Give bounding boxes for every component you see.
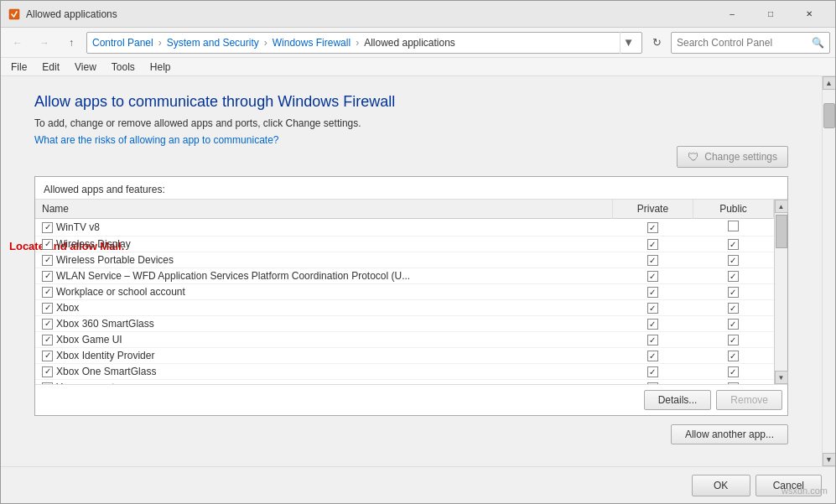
public-cell <box>693 348 773 364</box>
window-controls: – □ ✕ <box>713 1 828 28</box>
breadcrumb-control-panel[interactable]: Control Panel <box>92 37 153 49</box>
private-checkbox[interactable] <box>647 255 658 266</box>
table-row: Xbox <box>35 300 774 316</box>
public-checkbox[interactable] <box>728 303 739 314</box>
app-checkbox[interactable] <box>42 255 53 266</box>
private-checkbox[interactable] <box>647 351 658 361</box>
change-settings-button[interactable]: 🛡 Change settings <box>677 146 788 168</box>
app-name: WLAN Service – WFD Application Services … <box>56 270 410 282</box>
public-cell <box>693 316 773 332</box>
svg-rect-0 <box>9 9 19 19</box>
app-checkbox[interactable] <box>42 287 53 298</box>
scroll-thumb[interactable] <box>776 215 787 248</box>
app-checkbox[interactable] <box>42 271 53 282</box>
private-checkbox[interactable] <box>647 382 658 384</box>
menu-edit[interactable]: Edit <box>35 60 66 75</box>
private-cell <box>612 380 693 385</box>
change-settings-label: Change settings <box>704 151 777 163</box>
page-title: Allow apps to communicate through Window… <box>34 93 788 111</box>
forward-button[interactable]: → <box>33 32 56 54</box>
address-box[interactable]: Control Panel › System and Security › Wi… <box>86 32 642 54</box>
private-checkbox[interactable] <box>647 287 658 298</box>
app-checkbox[interactable] <box>42 366 53 377</box>
app-checkbox[interactable] <box>42 222 53 233</box>
apps-table-container: Allowed apps and features: Name Private … <box>34 176 788 416</box>
main-scroll-down[interactable]: ▼ <box>823 453 836 466</box>
private-checkbox[interactable] <box>647 239 658 250</box>
menu-view[interactable]: View <box>68 60 103 75</box>
public-cell <box>693 284 773 300</box>
col-public: Public <box>693 200 773 219</box>
table-row: Your account <box>35 380 774 385</box>
public-checkbox[interactable] <box>728 351 739 361</box>
app-checkbox[interactable] <box>42 335 53 346</box>
scroll-up-button[interactable]: ▲ <box>775 200 788 213</box>
private-cell <box>612 219 693 236</box>
ok-cancel-bar: OK Cancel <box>1 466 835 503</box>
public-checkbox[interactable] <box>728 287 739 298</box>
private-cell <box>612 348 693 364</box>
public-checkbox[interactable] <box>728 239 739 250</box>
search-box[interactable]: 🔍 <box>671 32 830 54</box>
public-checkbox[interactable] <box>728 271 739 282</box>
public-checkbox[interactable] <box>728 366 739 377</box>
ok-button[interactable]: OK <box>692 475 750 496</box>
back-button[interactable]: ← <box>6 32 29 54</box>
breadcrumb-system-security[interactable]: System and Security <box>167 37 259 49</box>
app-name-cell: Wireless Display <box>35 236 612 252</box>
address-dropdown-button[interactable]: ▼ <box>620 32 636 54</box>
app-checkbox[interactable] <box>42 303 53 314</box>
app-name: Workplace or school account <box>56 286 185 298</box>
public-checkbox[interactable] <box>728 382 739 384</box>
main-scroll-thumb[interactable] <box>823 103 835 128</box>
public-cell <box>693 268 773 284</box>
app-checkbox[interactable] <box>42 351 53 361</box>
private-checkbox[interactable] <box>647 271 658 282</box>
app-checkbox[interactable] <box>42 239 53 250</box>
public-checkbox[interactable] <box>728 255 739 266</box>
breadcrumb-sep-2: › <box>264 37 267 49</box>
up-button[interactable]: ↑ <box>60 32 83 54</box>
remove-button[interactable]: Remove <box>716 390 782 410</box>
public-checkbox[interactable] <box>728 319 739 330</box>
col-private: Private <box>612 200 693 219</box>
private-cell <box>612 236 693 252</box>
help-link[interactable]: What are the risks of allowing an app to… <box>34 134 278 146</box>
public-checkbox[interactable] <box>728 221 739 231</box>
allow-another-button[interactable]: Allow another app... <box>671 424 788 444</box>
private-checkbox[interactable] <box>647 366 658 377</box>
menu-file[interactable]: File <box>4 60 34 75</box>
private-checkbox[interactable] <box>647 319 658 330</box>
private-cell <box>612 332 693 348</box>
app-name-cell: Wireless Portable Devices <box>35 252 612 268</box>
public-cell <box>693 364 773 380</box>
table-row: Workplace or school account <box>35 284 774 300</box>
public-checkbox[interactable] <box>728 335 739 346</box>
app-name: Your account <box>56 382 115 384</box>
details-button[interactable]: Details... <box>644 390 712 410</box>
restore-button[interactable]: □ <box>751 1 790 28</box>
refresh-button[interactable]: ↻ <box>646 32 667 54</box>
private-cell <box>612 316 693 332</box>
menu-help[interactable]: Help <box>143 60 178 75</box>
watermark: wsxdn.com <box>781 486 828 496</box>
main-scroll-up[interactable]: ▲ <box>823 76 836 90</box>
private-checkbox[interactable] <box>647 222 658 233</box>
private-checkbox[interactable] <box>647 335 658 346</box>
menubar: File Edit View Tools Help <box>1 58 835 76</box>
public-cell <box>693 332 773 348</box>
table-scrollbar: ▲ ▼ <box>774 200 787 384</box>
scroll-down-button[interactable]: ▼ <box>775 371 788 384</box>
menu-tools[interactable]: Tools <box>105 60 142 75</box>
app-checkbox[interactable] <box>42 319 53 330</box>
search-icon-button[interactable]: 🔍 <box>812 37 824 49</box>
close-button[interactable]: ✕ <box>790 1 828 28</box>
main-scrollbar: ▲ ▼ <box>822 76 835 466</box>
app-checkbox[interactable] <box>42 382 53 385</box>
breadcrumb-sep-3: › <box>356 37 359 49</box>
minimize-button[interactable]: – <box>713 1 751 28</box>
private-checkbox[interactable] <box>647 303 658 314</box>
breadcrumb-windows-firewall[interactable]: Windows Firewall <box>273 37 350 49</box>
table-row: Xbox Game UI <box>35 332 774 348</box>
search-input[interactable] <box>677 37 808 49</box>
